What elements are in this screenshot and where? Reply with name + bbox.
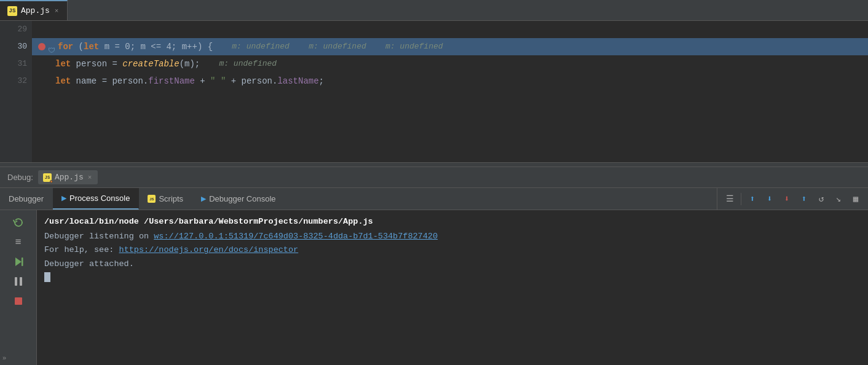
debug-sidebar: ≡ [0,210,37,365]
panel-separator [0,162,868,167]
line-num-empty-1 [0,90,32,107]
toolbar-menu-btn[interactable]: ☰ [722,192,737,206]
inline-hint-m: m: undefined [200,55,277,73]
toolbar-up-btn[interactable]: ⬆ [745,192,760,206]
debug-session-close[interactable]: × [87,173,93,182]
line-numbers: 29 30 31 32 [0,21,32,162]
process-console-icon: ▶ [61,194,66,202]
debug-js-icon: JS [43,173,52,182]
code-content-area[interactable]: 🛡 for ( let m = 0; m <= 4; m++) { m: und… [32,21,868,162]
console-path-line: /usr/local/bin/node /Users/barbara/Webst… [44,215,861,229]
kw-for: for [58,38,73,55]
console-line-1: Debugger listening on ws://127.0.0.1:513… [44,230,861,243]
toolbar-up2-btn[interactable]: ⬆ [797,192,811,206]
toolbar-icons: ☰ ⬆ ⬇ ⬇ ⬆ ↺ ↘ ▦ [717,188,868,210]
toolbar-step-btn[interactable]: ↘ [831,192,846,206]
scripts-js-icon: JS [148,195,156,203]
debug-session-label: App.js [55,173,84,182]
toolbar-sep-1 [741,193,741,205]
console-text-before-2: For help, see: [44,245,119,254]
pause-btn[interactable] [10,273,27,290]
debug-label: Debug: [7,173,33,182]
console-output[interactable]: /usr/local/bin/node /Users/barbara/Webst… [37,210,868,365]
svg-rect-4 [15,297,22,305]
kw-let-1: let [84,38,99,55]
editor-tab-appjs[interactable]: JS App.js × [0,0,68,20]
editor-tab-close[interactable]: × [53,7,60,15]
var-person: person [112,73,143,90]
console-ws-link[interactable]: ws://127.0.0.1:51319/7c649d03-8325-4dda-… [154,232,438,241]
inline-hint-2: m: undefined [290,38,366,55]
debug-main: ≡ /usr/local/bin/node /User [0,210,868,365]
stop-btn[interactable] [10,292,27,310]
console-line-3: Debugger attached. [44,257,861,271]
tab-process-console-label: Process Console [69,194,130,203]
resume-btn[interactable] [10,253,27,270]
console-cursor [44,272,50,282]
inline-hint-3: m: undefined [366,38,443,55]
toolbar-refresh-btn[interactable]: ↺ [814,192,829,206]
line-num-empty-3 [0,124,32,141]
toolbar-down-btn[interactable]: ⬇ [762,192,777,206]
toolbar-grid-btn[interactable]: ▦ [848,192,863,206]
str-space: " " [210,73,226,90]
tab-debugger-label: Debugger [9,194,44,203]
kw-let-2: let [55,55,71,73]
svg-marker-0 [15,257,22,266]
prop-lastname: lastName [277,73,318,90]
inline-hint-1: m: undefined [213,38,290,55]
rerun-btn[interactable] [10,214,27,231]
debug-session-tab[interactable]: JS App.js × [38,170,98,184]
console-line-2: For help, see: https://nodejs.org/en/doc… [44,243,861,257]
svg-rect-3 [20,277,22,286]
toolbar-down-red-btn[interactable]: ⬇ [779,192,794,206]
console-attached-text: Debugger attached. [44,259,134,269]
line-num-empty-2 [0,107,32,124]
expand-btn[interactable]: » [2,353,6,363]
code-editor: 29 30 31 32 🛡 for ( let m = 0; m <= 4; m… [0,21,868,162]
var-person-2: person [242,73,272,90]
tool-tabs-bar: Debugger ▶ Process Console JS Scripts ▶ … [0,188,868,210]
debug-panel: Debug: JS App.js × Debugger ▶ Process Co… [0,167,868,365]
editor-tab-bar: JS App.js × [0,0,868,21]
code-line-29 [32,21,868,38]
prop-firstname: firstName [148,73,195,90]
code-line-30: 🛡 for ( let m = 0; m <= 4; m++) { m: und… [32,38,868,55]
line-num-31: 31 [0,55,32,73]
tab-debugger-console[interactable]: ▶ Debugger Console [192,188,285,210]
tab-debugger[interactable]: Debugger [0,188,53,210]
debugger-console-icon: ▶ [201,195,206,203]
tab-scripts[interactable]: JS Scripts [139,188,192,210]
tab-scripts-label: Scripts [159,194,183,203]
line-num-32: 32 [0,73,32,90]
kw-let-3: let [55,73,71,90]
js-file-icon: JS [7,6,17,16]
breakpoint-dot [38,43,45,50]
line-num-30: 30 [0,38,32,55]
tab-process-console[interactable]: ▶ Process Console [53,188,139,210]
step-list-btn[interactable]: ≡ [10,234,27,251]
fn-createtable: createTable [122,55,179,73]
console-cursor-line [44,271,861,285]
tabs-spacer [285,188,717,210]
tab-debugger-console-label: Debugger Console [209,194,275,203]
shield-icon: 🛡 [48,42,57,51]
console-text-before-1: Debugger listening on [44,232,154,241]
console-help-link[interactable]: https://nodejs.org/en/docs/inspector [119,245,299,254]
line-num-29: 29 [0,21,32,38]
svg-rect-2 [15,277,17,286]
code-line-31: let person = createTable (m); m: undefin… [32,55,868,73]
code-line-32: let name = person . firstName + " " + pe… [32,73,868,90]
editor-tab-label: App.js [21,6,50,15]
debug-dot [50,180,53,183]
svg-rect-1 [22,257,23,266]
debug-header: Debug: JS App.js × [0,167,868,188]
